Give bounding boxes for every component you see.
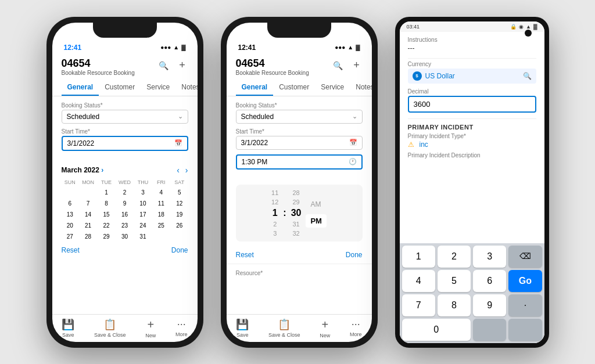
key-1[interactable]: 1 <box>402 246 435 268</box>
reset-btn-1[interactable]: Reset <box>62 246 80 254</box>
booking-status-value-1: Scheduled <box>67 113 100 121</box>
cal-day-9[interactable]: 9 <box>116 199 133 208</box>
key-go[interactable]: Go <box>508 270 542 292</box>
toolbar-save-close-1[interactable]: 📋 Save & Close <box>94 318 126 338</box>
cal-day-2[interactable]: 2 <box>116 188 133 197</box>
search-icon-1[interactable]: 🔍 <box>158 60 170 71</box>
phone-1-screen: 12:41 ●●● ▲ ▓ 04654 Bookable Resource Bo… <box>52 23 198 342</box>
cal-day-18[interactable]: 18 <box>153 210 170 219</box>
cal-prev-1[interactable]: ‹ <box>177 165 180 175</box>
min-30-selected[interactable]: 30 <box>291 208 302 218</box>
done-btn-1[interactable]: Done <box>171 246 188 254</box>
android-app-content: Instructions --- Currency $ US Dollar 🔍 … <box>400 32 544 164</box>
done-btn-2[interactable]: Done <box>346 251 363 259</box>
key-dot[interactable]: · <box>508 294 542 316</box>
booking-status-field-2[interactable]: Scheduled ⌄ <box>236 110 363 124</box>
toolbar-save-1[interactable]: 💾 Save <box>62 318 74 338</box>
cal-day-31[interactable]: 31 <box>134 232 151 242</box>
cal-day-12[interactable]: 12 <box>171 199 188 208</box>
key-7[interactable]: 7 <box>402 294 435 316</box>
cal-day-13[interactable]: 13 <box>62 210 78 219</box>
hour-12[interactable]: 12 <box>271 199 278 206</box>
cal-day-30[interactable]: 30 <box>116 232 133 242</box>
toolbar-more-1[interactable]: ··· More <box>175 318 188 338</box>
cal-day-7[interactable]: 7 <box>80 199 96 208</box>
ampm-am[interactable]: AM <box>306 198 327 211</box>
tab-notes-2[interactable]: Notes <box>350 80 371 96</box>
cal-day-16[interactable]: 16 <box>116 210 133 219</box>
cal-day-4[interactable]: 4 <box>153 188 170 197</box>
key-2[interactable]: 2 <box>438 246 471 268</box>
search-icon-2[interactable]: 🔍 <box>332 60 344 71</box>
key-5[interactable]: 5 <box>438 270 471 292</box>
cal-day-22[interactable]: 22 <box>98 221 114 230</box>
new-label-1: New <box>145 333 156 338</box>
cal-day-26[interactable]: 26 <box>171 221 188 230</box>
cal-day-3[interactable]: 3 <box>134 188 151 197</box>
cal-day-5[interactable]: 5 <box>171 188 188 197</box>
toolbar-save-2[interactable]: 💾 Save <box>236 318 249 338</box>
min-31[interactable]: 31 <box>292 221 299 228</box>
ampm-pm-selected[interactable]: PM <box>306 214 327 228</box>
tab-service-1[interactable]: Service <box>141 80 175 96</box>
save-label-1: Save <box>62 332 74 338</box>
hour-3[interactable]: 3 <box>273 230 277 237</box>
cal-day-14[interactable]: 14 <box>80 210 96 219</box>
min-29[interactable]: 29 <box>292 199 299 206</box>
cal-day-27[interactable]: 27 <box>62 232 78 242</box>
cal-day-10[interactable]: 10 <box>134 199 151 208</box>
tab-customer-2[interactable]: Customer <box>273 80 315 96</box>
reset-btn-2[interactable]: Reset <box>236 251 254 259</box>
key-8[interactable]: 8 <box>438 294 471 316</box>
cal-day-6[interactable]: 6 <box>62 199 78 208</box>
decimal-input-3[interactable]: 3600 <box>408 96 536 113</box>
key-backspace[interactable]: ⌫ <box>508 246 542 268</box>
tab-general-2[interactable]: General <box>236 80 274 96</box>
add-icon-1[interactable]: + <box>177 60 188 71</box>
cal-day-21[interactable]: 21 <box>80 221 96 230</box>
toolbar-new-2[interactable]: + New <box>320 318 330 338</box>
hour-1-selected[interactable]: 1 <box>273 208 278 218</box>
key-3[interactable]: 3 <box>473 246 506 268</box>
record-id-1: 04654 <box>62 57 135 70</box>
hour-11[interactable]: 11 <box>271 189 278 196</box>
tab-notes-1[interactable]: Notes <box>175 80 197 96</box>
add-icon-2[interactable]: + <box>351 60 363 71</box>
record-sub-2: Bookable Resource Booking <box>236 70 309 76</box>
booking-status-field-1[interactable]: Scheduled ⌄ <box>62 110 188 124</box>
start-time-field-1[interactable]: 3/1/2022 📅 <box>62 136 188 151</box>
cal-day-1[interactable]: 1 <box>98 188 114 197</box>
currency-value-3: US Dollar <box>425 72 519 80</box>
key-4[interactable]: 4 <box>402 270 435 292</box>
cal-day-17[interactable]: 17 <box>134 210 151 219</box>
cal-day-20[interactable]: 20 <box>62 221 78 230</box>
min-28[interactable]: 28 <box>292 189 299 196</box>
currency-field-3[interactable]: $ US Dollar 🔍 <box>408 69 536 84</box>
cal-day-29[interactable]: 29 <box>98 232 114 242</box>
tab-general-1[interactable]: General <box>62 80 99 96</box>
cal-day-15[interactable]: 15 <box>98 210 114 219</box>
start-time-field-2[interactable]: 3/1/2022 📅 <box>236 136 363 150</box>
cal-day-8[interactable]: 8 <box>98 199 114 208</box>
key-empty <box>473 319 506 341</box>
cal-day-23[interactable]: 23 <box>116 221 133 230</box>
cal-next-1[interactable]: › <box>185 165 188 175</box>
currency-search-icon-3[interactable]: 🔍 <box>523 72 532 80</box>
cal-day-28[interactable]: 28 <box>80 232 96 242</box>
toolbar-more-2[interactable]: ··· More <box>350 318 362 338</box>
hour-2[interactable]: 2 <box>273 221 277 228</box>
cal-day-25[interactable]: 25 <box>153 221 170 230</box>
toolbar-save-close-2[interactable]: 📋 Save & Close <box>268 318 300 338</box>
key-9[interactable]: 9 <box>473 294 506 316</box>
toolbar-new-1[interactable]: + New <box>145 318 156 338</box>
time-field-2[interactable]: 1:30 PM 🕐 <box>236 154 363 170</box>
key-0[interactable]: 0 <box>402 319 471 341</box>
wifi-icon-2: ▲ <box>347 44 353 51</box>
cal-day-11[interactable]: 11 <box>153 199 170 208</box>
cal-day-19[interactable]: 19 <box>171 210 188 219</box>
key-6[interactable]: 6 <box>473 270 506 292</box>
min-32[interactable]: 32 <box>292 230 299 237</box>
tab-service-2[interactable]: Service <box>315 80 350 96</box>
tab-customer-1[interactable]: Customer <box>99 80 141 96</box>
cal-day-24[interactable]: 24 <box>134 221 151 230</box>
